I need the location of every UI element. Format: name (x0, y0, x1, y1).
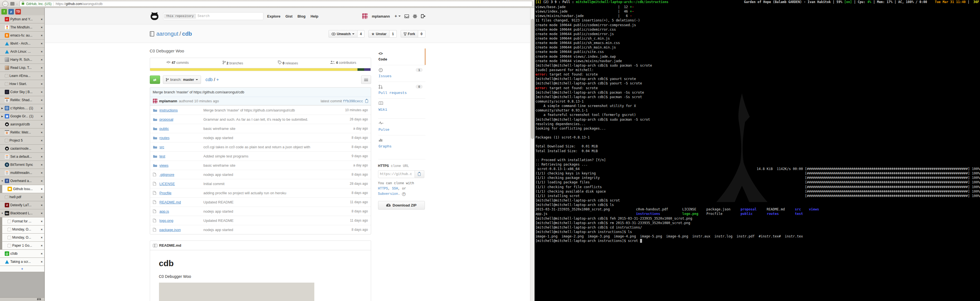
username-link[interactable]: mplamann (372, 14, 390, 18)
sidebar-tab[interactable]: Project 5 × (0, 136, 44, 145)
nav-link-help[interactable]: Help (310, 14, 318, 18)
scrollbar-thumb[interactable] (531, 19, 534, 139)
stat-commits[interactable]: 47 commits (150, 58, 205, 68)
file-name-link[interactable]: public (159, 126, 204, 131)
notifications-icon[interactable] (404, 14, 409, 18)
sidebar-tab[interactable]: The Mindfuln... × (0, 23, 44, 32)
tab-expander[interactable]: ▶ (1, 107, 4, 109)
branch-selector[interactable]: branch: master (163, 75, 201, 84)
sidebar-tab[interactable]: aarongut/cdb × (0, 120, 44, 128)
close-tab-icon[interactable]: × (40, 106, 43, 110)
sidebar-tab[interactable]: Learn #Ema... × (0, 72, 44, 80)
commit-message-link[interactable]: cc0.cgi takes in cc0 code as plain text … (204, 145, 337, 149)
sidebar-tab[interactable]: R ReMix: Metr... × (0, 128, 44, 136)
sidebar-tab[interactable]: ▶ ▣ Google Gr... (1) × (0, 112, 44, 120)
close-tab-icon[interactable]: × (40, 244, 43, 247)
watch-count[interactable]: 4 (358, 30, 365, 38)
stat-contributors[interactable]: 4 contributors (315, 58, 371, 68)
close-tab-icon[interactable]: × (40, 66, 43, 69)
tab-expander[interactable]: ▶ (1, 115, 4, 118)
sidenav-item-code[interactable]: <>Code (378, 48, 425, 65)
commit-message-link[interactable]: Initial commit (204, 182, 337, 186)
page-scrollbar[interactable] (530, 8, 535, 301)
copy-clone-url-button[interactable] (415, 170, 424, 178)
close-tab-icon[interactable]: × (40, 163, 43, 167)
close-tab-icon[interactable]: × (40, 42, 43, 45)
file-name-link[interactable]: views (159, 163, 204, 168)
avatar[interactable] (362, 13, 368, 19)
file-name-link[interactable]: README.md (159, 200, 204, 204)
https-link[interactable]: HTTPS (378, 187, 388, 191)
repo-owner-link[interactable]: aarongut (156, 30, 178, 37)
fork-button[interactable]: Fork (401, 30, 418, 38)
sidebar-tab[interactable]: S BitTorrent Sync × (0, 161, 44, 169)
file-name-link[interactable]: LICENSE (159, 182, 204, 186)
file-name-link[interactable]: package.json (159, 228, 204, 232)
commit-list-button[interactable] (361, 75, 371, 84)
sidebar-tab[interactable]: d Detexify LaT... × (0, 201, 44, 209)
sidebar-tab[interactable]: caolan/node... × (0, 145, 44, 153)
sidebar-grip[interactable] (0, 297, 44, 301)
stat-releases[interactable]: 0 releases (260, 58, 315, 68)
subversion-link[interactable]: Subversion (378, 192, 398, 196)
new-tab-button[interactable]: + (0, 266, 44, 272)
sidebar-tab[interactable]: Monday, O... × (0, 234, 44, 242)
sidebar-tab[interactable]: Arch Linux: ... × (0, 48, 44, 56)
close-tab-icon[interactable]: × (40, 187, 43, 191)
sidebar-tab[interactable]: Github Issu... × (0, 185, 44, 193)
close-tab-icon[interactable]: × (40, 203, 43, 207)
sidebar-tab[interactable]: Set a default... × (0, 153, 44, 161)
close-tab-icon[interactable]: × (40, 219, 43, 223)
close-tab-icon[interactable]: × (40, 228, 43, 231)
tab-expander[interactable]: ▼ (1, 180, 4, 182)
sidebar-tab[interactable]: IT Python and Y... × (0, 15, 44, 23)
close-tab-icon[interactable]: × (40, 90, 43, 94)
sidenav-item-issues[interactable]: Issues1 (378, 65, 425, 82)
nav-link-explore[interactable]: Explore (267, 14, 281, 18)
close-tab-icon[interactable]: × (40, 171, 43, 175)
file-name-link[interactable]: routes (159, 136, 204, 140)
clone-url-input[interactable]: https://github.c (378, 170, 415, 178)
help-icon[interactable]: ? (402, 192, 406, 196)
feedly-icon[interactable]: f (2, 9, 7, 14)
github-logo-icon[interactable] (150, 12, 159, 20)
close-tab-icon[interactable]: × (40, 211, 43, 215)
sidebar-tab[interactable]: Taking a scr... × (0, 258, 44, 266)
sidebar-tab[interactable]: R ReMix: Shad... × (0, 96, 44, 104)
unstar-button[interactable]: ★ Unstar (368, 30, 390, 38)
breadcrumb-repo-link[interactable]: cdb (205, 77, 213, 82)
sidenav-item-wiki[interactable]: Wiki (378, 98, 425, 115)
latest-commit-message[interactable]: Merge branch 'master' of https://github.… (150, 88, 371, 97)
commit-author-link[interactable]: mplamann (159, 99, 177, 103)
close-tab-icon[interactable]: × (40, 98, 43, 102)
close-tab-icon[interactable]: × (40, 82, 43, 86)
nav-link-gist[interactable]: Gist (285, 14, 292, 18)
commit-message-link[interactable]: Added simple test programs (204, 154, 337, 158)
commit-message-link[interactable]: basic wireframe site (204, 163, 337, 168)
close-tab-icon[interactable]: × (40, 18, 43, 21)
new-file-button[interactable]: + (216, 77, 219, 82)
ssh-link[interactable]: SSH (392, 187, 398, 191)
sidebar-tab[interactable]: Harry R. Sch... × (0, 56, 44, 64)
close-tab-icon[interactable]: × (40, 236, 43, 239)
commit-message-link[interactable]: Updated README (204, 200, 337, 204)
file-name-link[interactable]: Procfile (159, 191, 204, 195)
file-name-link[interactable]: proposal (159, 117, 204, 122)
sidebar-tab[interactable]: hw9.pdf × (0, 193, 44, 201)
sidenav-item-graphs[interactable]: Graphs (378, 135, 425, 152)
close-tab-icon[interactable]: × (40, 58, 43, 61)
avatar[interactable] (153, 99, 158, 103)
gear-icon[interactable] (413, 14, 417, 18)
file-name-link[interactable]: instructions (159, 108, 204, 112)
sidenav-item-pull-requests[interactable]: Pull requests0 (378, 82, 425, 98)
file-name-link[interactable]: app.js (159, 209, 204, 213)
pinboard-icon[interactable]: ρ (8, 9, 14, 14)
url-bar[interactable]: GitHub, Inc. (US) https://github.com/aar… (19, 1, 532, 7)
commit-message-link[interactable]: Grammar and such. As far as I can tell, … (204, 117, 337, 122)
sidebar-tab[interactable]: Paper 1 Go... × (0, 242, 44, 250)
close-tab-icon[interactable]: × (40, 155, 43, 158)
close-tab-icon[interactable]: × (40, 131, 43, 134)
sidenav-item-pulse[interactable]: Pulse (378, 118, 425, 135)
new-repo-button[interactable]: ＋ (394, 14, 401, 19)
sidebar-tab[interactable]: How I Start. × (0, 80, 44, 88)
